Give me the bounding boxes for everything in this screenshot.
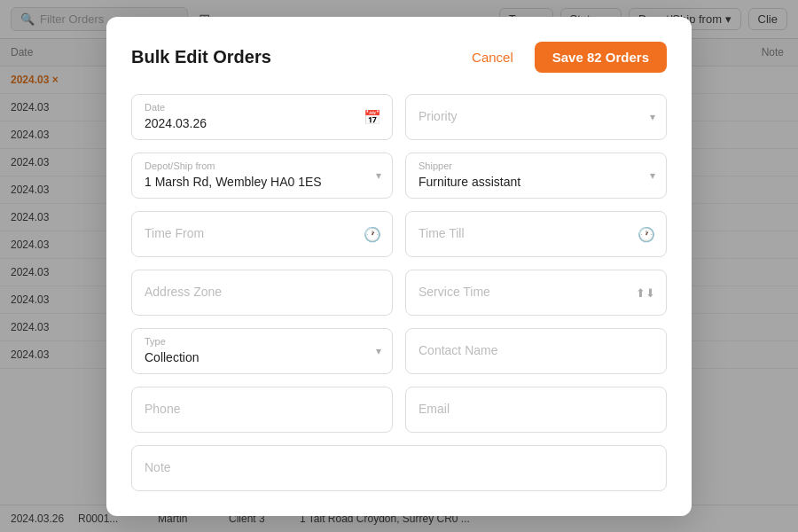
phone-field[interactable]: Phone bbox=[131, 387, 393, 433]
email-field[interactable]: Email bbox=[405, 387, 667, 433]
calendar-icon: 📅 bbox=[364, 108, 381, 125]
depot-field[interactable]: Depot/Ship from 1 Marsh Rd, Wembley HA0 … bbox=[131, 153, 393, 199]
form-row-2: Depot/Ship from 1 Marsh Rd, Wembley HA0 … bbox=[131, 153, 667, 199]
date-field[interactable]: Date 2024.03.26 📅 bbox=[131, 94, 393, 140]
save-button[interactable]: Save 82 Orders bbox=[535, 42, 667, 73]
service-time-field[interactable]: Service Time ⬆⬇ bbox=[405, 270, 667, 316]
form-grid: Date 2024.03.26 📅 Priority ▾ Depot/Ship … bbox=[131, 94, 667, 491]
time-till-field[interactable]: Time Till 🕐 bbox=[405, 211, 667, 257]
shipper-field[interactable]: Shipper Furniture assistant ▾ bbox=[405, 153, 667, 199]
depot-dropdown-arrow: ▾ bbox=[376, 169, 381, 182]
bulk-edit-modal: Bulk Edit Orders Cancel Save 82 Orders D… bbox=[106, 17, 692, 516]
priority-dropdown-arrow: ▾ bbox=[650, 111, 655, 123]
modal-title: Bulk Edit Orders bbox=[131, 47, 271, 67]
form-row-1: Date 2024.03.26 📅 Priority ▾ bbox=[131, 94, 667, 140]
service-time-spinner: ⬆⬇ bbox=[636, 286, 655, 299]
address-zone-field[interactable]: Address Zone bbox=[131, 270, 393, 316]
note-field[interactable]: Note bbox=[131, 445, 667, 491]
priority-field[interactable]: Priority ▾ bbox=[405, 94, 667, 140]
modal-header: Bulk Edit Orders Cancel Save 82 Orders bbox=[131, 42, 667, 73]
type-dropdown-arrow: ▾ bbox=[376, 345, 381, 357]
form-row-6: Phone Email bbox=[131, 387, 667, 433]
modal-actions: Cancel Save 82 Orders bbox=[459, 42, 667, 73]
form-row-5: Type Collection ▾ Contact Name bbox=[131, 328, 667, 374]
form-row-4: Address Zone Service Time ⬆⬇ bbox=[131, 270, 667, 316]
shipper-dropdown-arrow: ▾ bbox=[650, 169, 655, 182]
clock-icon-till: 🕐 bbox=[638, 225, 655, 242]
type-field[interactable]: Type Collection ▾ bbox=[131, 328, 393, 374]
modal-overlay: Bulk Edit Orders Cancel Save 82 Orders D… bbox=[0, 0, 798, 532]
clock-icon-from: 🕐 bbox=[364, 225, 381, 242]
form-row-3: Time From 🕐 Time Till 🕐 bbox=[131, 211, 667, 257]
form-row-7: Note bbox=[131, 445, 667, 491]
cancel-button[interactable]: Cancel bbox=[459, 43, 526, 72]
contact-name-field[interactable]: Contact Name bbox=[405, 328, 667, 374]
time-from-field[interactable]: Time From 🕐 bbox=[131, 211, 393, 257]
